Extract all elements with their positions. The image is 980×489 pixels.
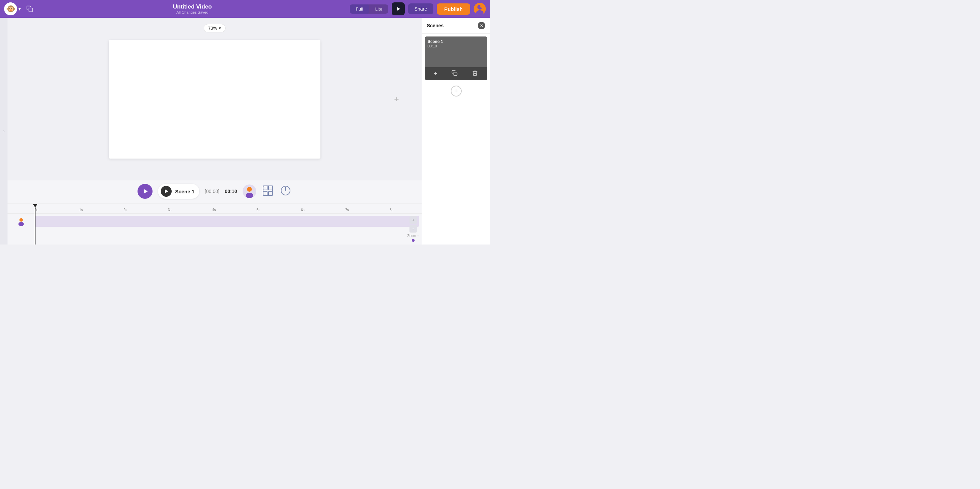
- header: 🐵 ▾ Untitled Video All Changes Saved Ful…: [0, 0, 490, 18]
- zoom-level: 73%: [208, 25, 217, 31]
- tick-0s: 0s: [35, 208, 79, 212]
- svg-rect-18: [454, 72, 457, 76]
- duplicate-scene-button[interactable]: [449, 69, 460, 78]
- track-avatar-label: [8, 216, 35, 226]
- svg-rect-0: [29, 8, 33, 12]
- copy-button[interactable]: [24, 3, 35, 14]
- playhead-triangle: [33, 204, 38, 207]
- track-content[interactable]: [35, 216, 419, 227]
- global-play-button[interactable]: [137, 184, 153, 199]
- scene1-title: Scene 1: [428, 39, 485, 44]
- scene-card-1: Scene 1 00:10 +: [425, 37, 487, 80]
- main-layout: › 73% ▾ + Scene 1 [00:00]: [0, 18, 490, 244]
- share-button[interactable]: Share: [408, 3, 433, 14]
- add-scene-item-button[interactable]: +: [432, 70, 439, 78]
- svg-point-7: [246, 193, 253, 198]
- scene-player: Scene 1: [158, 184, 199, 199]
- zoom-dropdown-icon: ▾: [219, 25, 221, 31]
- timeline-tracks: [8, 213, 422, 244]
- scenes-header: Scenes ✕: [422, 18, 490, 34]
- video-title: Untitled Video: [38, 3, 346, 10]
- time-total: 00:10: [225, 189, 237, 194]
- user-avatar[interactable]: [474, 3, 486, 15]
- tick-3s: 3s: [168, 208, 212, 212]
- scenes-panel: Scenes ✕ Scene 1 00:10 +: [422, 18, 490, 244]
- avatar-presenter-icon[interactable]: [243, 184, 256, 198]
- scene-play-button[interactable]: [161, 186, 172, 197]
- tick-4s: 4s: [212, 208, 256, 212]
- expand-icon: ›: [3, 129, 5, 134]
- left-sidebar-toggle[interactable]: ›: [0, 18, 8, 244]
- timeline: 0s 1s 2s 3s 4s 5s 6s 7s 8s 9s 10s: [8, 203, 422, 244]
- tick-6s: 6s: [301, 208, 345, 212]
- timeline-playhead[interactable]: [35, 204, 35, 244]
- logo-area: 🐵 ▾: [4, 2, 21, 15]
- timeline-ruler: 0s 1s 2s 3s 4s 5s 6s 7s 8s 9s 10s: [8, 204, 422, 213]
- canvas-preview[interactable]: [109, 40, 320, 159]
- zoom-control[interactable]: 73% ▾: [204, 24, 226, 32]
- logo-dropdown-icon[interactable]: ▾: [18, 6, 21, 11]
- scenes-list: Scene 1 00:10 +: [422, 34, 490, 244]
- logo[interactable]: 🐵: [4, 2, 17, 15]
- canvas-preview-wrap: +: [8, 18, 422, 180]
- add-element-button[interactable]: +: [392, 94, 401, 104]
- svg-point-16: [19, 218, 23, 222]
- add-scene-button[interactable]: +: [425, 83, 487, 99]
- scene1-duration: 00:10: [428, 44, 485, 48]
- publish-button[interactable]: Publish: [437, 3, 470, 15]
- play-icon: [144, 189, 148, 194]
- view-full-button[interactable]: Full: [350, 5, 369, 14]
- scene-thumbnail-1[interactable]: Scene 1 00:10: [425, 37, 487, 67]
- tick-2s: 2s: [124, 208, 168, 212]
- svg-point-4: [480, 5, 484, 8]
- header-title: Untitled Video All Changes Saved: [38, 3, 346, 14]
- svg-point-17: [18, 222, 24, 226]
- view-lite-button[interactable]: Lite: [369, 5, 389, 14]
- zoom-slider-dot[interactable]: [412, 239, 415, 242]
- scene-play-icon: [165, 189, 168, 193]
- playbar: Scene 1 [00:00] 00:10: [8, 180, 422, 203]
- zoom-controls-bottom: + - Zoom +: [407, 216, 419, 242]
- tick-5s: 5s: [256, 208, 301, 212]
- play-icon: [397, 7, 400, 11]
- save-status: All Changes Saved: [38, 10, 346, 14]
- zoom-in-button[interactable]: +: [409, 216, 417, 224]
- add-scene-icon: +: [454, 87, 458, 95]
- tick-1s: 1s: [79, 208, 124, 212]
- tick-8s: 8s: [390, 208, 422, 212]
- svg-rect-9: [263, 186, 267, 190]
- svg-rect-11: [263, 191, 267, 195]
- scene-card-actions: +: [425, 67, 487, 80]
- add-icon: +: [394, 94, 399, 104]
- zoom-label: Zoom +: [407, 234, 419, 238]
- svg-rect-8: [263, 186, 273, 195]
- scenes-title: Scenes: [427, 23, 444, 28]
- zoom-out-button[interactable]: -: [409, 225, 417, 233]
- svg-point-6: [247, 187, 252, 192]
- track-row: [8, 213, 422, 229]
- media-icon[interactable]: [262, 184, 274, 198]
- delete-scene-button[interactable]: [470, 69, 480, 78]
- add-scene-circle[interactable]: +: [451, 86, 462, 97]
- canvas-area: 73% ▾ + Scene 1 [00:00] 00:10: [8, 18, 422, 244]
- view-toggle: Full Lite: [350, 5, 389, 14]
- preview-play-button[interactable]: [392, 2, 405, 15]
- timer-icon[interactable]: [280, 184, 292, 198]
- scene-name-label: Scene 1: [175, 189, 194, 194]
- tick-7s: 7s: [345, 208, 390, 212]
- svg-rect-10: [269, 186, 273, 190]
- logo-icon: 🐵: [6, 5, 15, 13]
- close-scenes-button[interactable]: ✕: [478, 22, 485, 29]
- svg-rect-12: [269, 191, 273, 195]
- time-current: [00:00]: [205, 189, 220, 194]
